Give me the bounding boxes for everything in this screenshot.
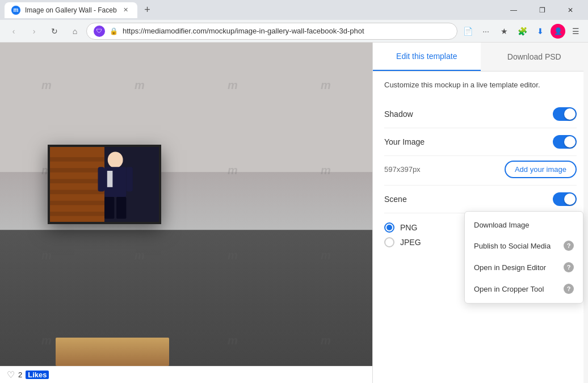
- shadow-label: Shadow: [384, 110, 413, 119]
- tab-title: Image on Gallery Wall - Faceb: [25, 6, 117, 14]
- heart-icon: ♡: [7, 369, 15, 380]
- open-design-item[interactable]: Open in Design Editor ?: [465, 256, 583, 278]
- panel-description: Customize this mockup in a live template…: [384, 81, 577, 89]
- publish-social-help-icon[interactable]: ?: [564, 241, 574, 251]
- extensions-icon[interactable]: 🧩: [514, 23, 530, 39]
- lock-icon: 🔒: [110, 27, 118, 35]
- download-icon[interactable]: ⬇: [532, 23, 548, 39]
- likes-bar: ♡ 2 Likes: [0, 366, 372, 383]
- scene-option-row: Scene: [384, 186, 577, 213]
- home-button[interactable]: ⌂: [66, 22, 84, 40]
- your-image-toggle[interactable]: [553, 135, 577, 149]
- svg-rect-1: [50, 157, 104, 162]
- maximize-button[interactable]: ❐: [529, 0, 555, 20]
- browser-chrome: m Image on Gallery Wall - Faceb ✕ + — ❐ …: [0, 0, 588, 43]
- new-tab-button[interactable]: +: [140, 2, 156, 18]
- address-bar[interactable]: 🛡 🔒 https://mediamodifier.com/mockup/ima…: [86, 23, 457, 40]
- publish-social-item[interactable]: Publish to Social Media ?: [465, 235, 583, 256]
- svg-rect-4: [50, 190, 104, 195]
- open-design-help-icon[interactable]: ?: [564, 262, 574, 272]
- scene-label: Scene: [384, 195, 407, 204]
- nav-bar: ‹ › ↻ ⌂ 🛡 🔒 https://mediamodifier.com/mo…: [0, 20, 588, 43]
- svg-rect-13: [98, 167, 104, 191]
- title-bar: m Image on Gallery Wall - Faceb ✕ + — ❐ …: [0, 0, 588, 20]
- publish-social-label: Publish to Social Media: [474, 242, 551, 250]
- menu-icon[interactable]: ☰: [568, 23, 583, 39]
- gallery-image-frame: [48, 145, 161, 224]
- svg-rect-2: [50, 168, 104, 172]
- shadow-toggle[interactable]: [553, 107, 577, 121]
- reader-view-icon[interactable]: 📄: [460, 23, 476, 39]
- download-image-item[interactable]: Download Image: [465, 215, 583, 235]
- edit-template-tab[interactable]: Edit this template: [373, 43, 481, 71]
- gallery-panel: m m m m m m m m m m m m m m m m: [0, 43, 372, 383]
- url-text: https://mediamodifier.com/mockup/image-i…: [123, 27, 450, 35]
- open-cropper-help-icon[interactable]: ?: [564, 284, 574, 294]
- svg-rect-5: [50, 201, 104, 205]
- gallery-image: [50, 147, 159, 222]
- png-label: PNG: [400, 223, 417, 232]
- shadow-option-row: Shadow: [384, 100, 577, 128]
- window-controls: — ❐ ✕: [501, 0, 583, 20]
- image-size-row: 597x397px Add your image: [384, 156, 577, 186]
- png-radio[interactable]: [384, 222, 394, 233]
- download-image-label: Download Image: [474, 221, 530, 229]
- svg-rect-3: [50, 179, 104, 183]
- download-dropdown-menu: Download Image Publish to Social Media ?…: [464, 211, 583, 304]
- bench: [56, 338, 169, 366]
- svg-rect-14: [126, 167, 133, 191]
- open-cropper-label: Open in Cropper Tool: [474, 285, 544, 293]
- bookmark-icon[interactable]: ★: [496, 23, 512, 39]
- main-content: m m m m m m m m m m m m m m m m: [0, 43, 588, 383]
- svg-rect-12: [116, 197, 126, 218]
- likes-label: Likes: [26, 371, 49, 379]
- image-size-text: 597x397px: [384, 165, 421, 174]
- add-image-button[interactable]: Add your image: [505, 161, 577, 178]
- close-button[interactable]: ✕: [557, 0, 583, 20]
- minimize-button[interactable]: —: [501, 0, 527, 20]
- browser-tab[interactable]: m Image on Gallery Wall - Faceb ✕: [5, 2, 137, 18]
- tabs: Edit this template Download PSD: [373, 43, 588, 71]
- jpeg-radio[interactable]: [384, 237, 394, 247]
- svg-rect-10: [107, 171, 112, 187]
- your-image-label: Your Image: [384, 137, 425, 146]
- artwork-svg: [50, 147, 159, 222]
- open-design-label: Open in Design Editor: [474, 263, 546, 272]
- tab-close-button[interactable]: ✕: [121, 6, 131, 15]
- tab-favicon: m: [11, 6, 20, 15]
- forward-button[interactable]: ›: [25, 22, 43, 40]
- open-cropper-item[interactable]: Open in Cropper Tool ?: [465, 278, 583, 300]
- right-panel: Edit this template Download PSD Customiz…: [372, 43, 588, 383]
- svg-rect-11: [104, 197, 114, 218]
- shield-icon: 🛡: [94, 26, 105, 37]
- nav-right-icons: 📄 ··· ★ 🧩 ⬇ 👤 ☰: [460, 23, 583, 39]
- your-image-option-row: Your Image: [384, 128, 577, 156]
- profile-avatar[interactable]: 👤: [551, 24, 565, 39]
- download-psd-tab[interactable]: Download PSD: [481, 43, 589, 71]
- scene-toggle[interactable]: [553, 192, 577, 206]
- refresh-button[interactable]: ↻: [45, 22, 64, 40]
- svg-rect-6: [50, 212, 104, 216]
- likes-count: 2: [18, 371, 22, 379]
- more-button[interactable]: ···: [478, 23, 494, 39]
- back-button[interactable]: ‹: [5, 22, 23, 40]
- svg-point-8: [107, 151, 123, 168]
- scrollbar[interactable]: [583, 43, 588, 383]
- jpeg-label: JPEG: [400, 238, 421, 247]
